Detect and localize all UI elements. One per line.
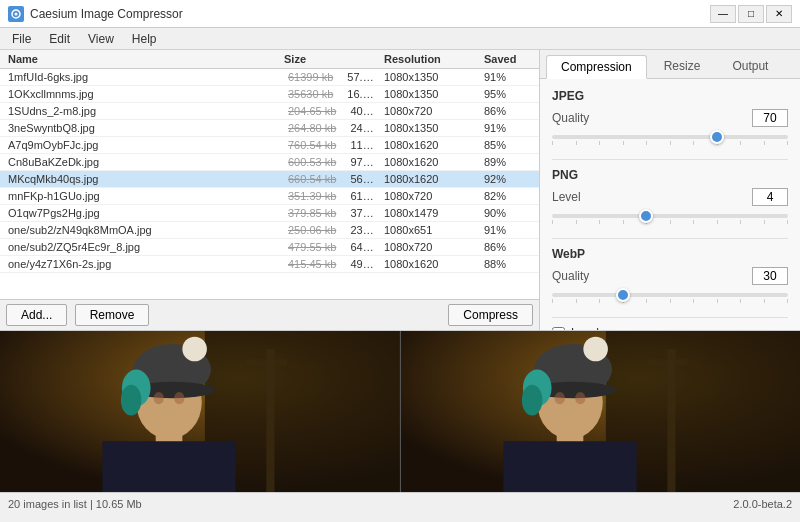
col-resolution: Resolution [380, 53, 480, 65]
file-saved: 85% [480, 139, 535, 151]
svg-rect-31 [667, 349, 675, 492]
table-row[interactable]: mnFKp-h1GUo.jpg 351.39 kb 61.93 1080x720… [0, 188, 539, 205]
col-size: Size [280, 53, 380, 65]
file-size-new: 64.26 [346, 241, 380, 253]
svg-point-28 [583, 337, 608, 362]
minimize-button[interactable]: — [710, 5, 736, 23]
file-size-new: 16.27 [343, 88, 379, 100]
file-size-old: 660.54 kb [284, 173, 340, 185]
file-size: 61399 kb 57.36 [280, 71, 380, 83]
remove-button[interactable]: Remove [75, 304, 150, 326]
tab-output[interactable]: Output [717, 54, 783, 78]
compress-button[interactable]: Compress [448, 304, 533, 326]
file-resolution: 1080x1620 [380, 173, 480, 185]
svg-point-30 [575, 392, 585, 404]
file-resolution: 1080x1350 [380, 122, 480, 134]
file-size-old: 264.80 kb [284, 122, 340, 134]
jpeg-quality-input[interactable] [752, 109, 788, 127]
file-size: 660.54 kb 56.40 [280, 173, 380, 185]
svg-rect-16 [266, 349, 274, 492]
file-saved: 86% [480, 105, 535, 117]
file-size-new: 49.35 [346, 258, 380, 270]
settings-panel: JPEG Quality [540, 79, 800, 330]
jpeg-slider-track [552, 135, 788, 139]
table-row[interactable]: 1OKxcllmnms.jpg 35630 kb 16.27 1080x1350… [0, 86, 539, 103]
file-name: O1qw7Pgs2Hg.jpg [4, 207, 280, 219]
file-size-old: 379.85 kb [284, 207, 340, 219]
app-icon [8, 6, 24, 22]
file-size-new: 24.23 [346, 122, 380, 134]
file-name: 1OKxcllmnms.jpg [4, 88, 280, 100]
png-level-input[interactable] [752, 188, 788, 206]
file-size-old: 250.06 kb [284, 224, 340, 236]
menu-edit[interactable]: Edit [41, 30, 78, 48]
table-row[interactable]: MKcqMkb40qs.jpg 660.54 kb 56.40 1080x162… [0, 171, 539, 188]
menu-view[interactable]: View [80, 30, 122, 48]
svg-rect-17 [246, 359, 287, 365]
png-slider-container[interactable] [552, 210, 788, 228]
png-slider-ticks [552, 220, 788, 224]
table-row[interactable]: 1mfUId-6gks.jpg 61399 kb 57.36 1080x1350… [0, 69, 539, 86]
title-bar-left: Caesium Image Compressor [8, 6, 183, 22]
original-image [0, 331, 400, 492]
file-size-old: 61399 kb [284, 71, 337, 83]
table-row[interactable]: one/y4z71X6n-2s.jpg 415.45 kb 49.35 1080… [0, 256, 539, 273]
section-divider-png [552, 159, 788, 160]
file-size-old: 760.54 kb [284, 139, 340, 151]
png-level-label: Level [552, 190, 581, 204]
svg-rect-21 [503, 441, 636, 492]
webp-slider-track [552, 293, 788, 297]
webp-quality-input[interactable] [752, 267, 788, 285]
lossless-checkbox-row: Lossless [552, 326, 788, 330]
svg-rect-32 [646, 359, 687, 365]
table-row[interactable]: 1SUdns_2-m8.jpg 204.65 kb 40.33 1080x720… [0, 103, 539, 120]
file-size-old: 479.55 kb [284, 241, 340, 253]
file-list-scroll[interactable]: 1mfUId-6gks.jpg 61399 kb 57.36 1080x1350… [0, 69, 539, 299]
file-saved: 88% [480, 258, 535, 270]
png-slider-track [552, 214, 788, 218]
file-saved: 91% [480, 224, 535, 236]
col-name: Name [4, 53, 280, 65]
jpeg-slider-container[interactable] [552, 131, 788, 149]
webp-slider-container[interactable] [552, 289, 788, 307]
add-button[interactable]: Add... [6, 304, 67, 326]
col-saved: Saved [480, 53, 535, 65]
table-row[interactable]: 3neSwyntbQ8.jpg 264.80 kb 24.23 1080x135… [0, 120, 539, 137]
webp-quality-row: Quality [552, 267, 788, 285]
file-size-new: 23.32 [346, 224, 380, 236]
table-row[interactable]: one/sub2/zN49qk8MmOA.jpg 250.06 kb 23.32… [0, 222, 539, 239]
tab-compression[interactable]: Compression [546, 55, 647, 79]
window-title: Caesium Image Compressor [30, 7, 183, 21]
webp-quality-label: Quality [552, 269, 589, 283]
menu-help[interactable]: Help [124, 30, 165, 48]
file-size: 479.55 kb 64.26 [280, 241, 380, 253]
file-resolution: 1080x1620 [380, 156, 480, 168]
png-section-title: PNG [552, 168, 788, 182]
webp-slider-thumb[interactable] [616, 288, 630, 302]
file-name: A7q9mOybFJc.jpg [4, 139, 280, 151]
file-resolution: 1080x1620 [380, 139, 480, 151]
file-saved: 92% [480, 173, 535, 185]
table-row[interactable]: A7q9mOybFJc.jpg 760.54 kb 115.98 1080x16… [0, 137, 539, 154]
menu-file[interactable]: File [4, 30, 39, 48]
title-bar: Caesium Image Compressor — □ ✕ [0, 0, 800, 28]
file-size-new: 56.40 [346, 173, 380, 185]
file-saved: 91% [480, 71, 535, 83]
table-row[interactable]: one/sub2/ZQ5r4Ec9r_8.jpg 479.55 kb 64.26… [0, 239, 539, 256]
file-size-old: 600.53 kb [284, 156, 340, 168]
section-divider-webp [552, 238, 788, 239]
table-row[interactable]: Cn8uBaKZeDk.jpg 600.53 kb 97.77 1080x162… [0, 154, 539, 171]
file-size-new: 57.36 [343, 71, 379, 83]
file-resolution: 1080x1350 [380, 88, 480, 100]
lossless-label[interactable]: Lossless [571, 326, 618, 330]
webp-section-title: WebP [552, 247, 788, 261]
close-button[interactable]: ✕ [766, 5, 792, 23]
lossless-checkbox[interactable] [552, 327, 565, 331]
file-name: 1mfUId-6gks.jpg [4, 71, 280, 83]
jpeg-slider-ticks [552, 141, 788, 145]
tab-resize[interactable]: Resize [649, 54, 716, 78]
table-row[interactable]: O1qw7Pgs2Hg.jpg 379.85 kb 37.45 1080x147… [0, 205, 539, 222]
webp-slider-ticks [552, 299, 788, 303]
status-bar: 20 images in list | 10.65 Mb 2.0.0-beta.… [0, 492, 800, 514]
maximize-button[interactable]: □ [738, 5, 764, 23]
